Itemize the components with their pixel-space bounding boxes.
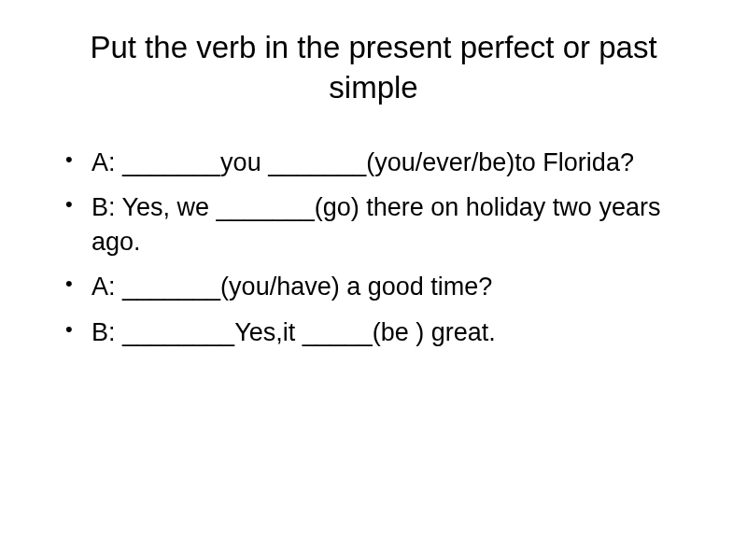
item-text: A: _______you _______(you/ever/be)to Flo… — [92, 148, 634, 176]
item-text: A: _______(you/have) a good time? — [92, 273, 492, 301]
bullet-icon: • — [65, 190, 73, 218]
item-text: B: ________Yes,it _____(be ) great. — [92, 318, 496, 346]
bullet-icon: • — [65, 315, 73, 343]
list-item: • B: Yes, we _______(go) there on holida… — [65, 190, 700, 259]
list-item: • A: _______(you/have) a good time? — [65, 270, 700, 303]
list-item: • A: _______you _______(you/ever/be)to F… — [65, 146, 700, 179]
page-title: Put the verb in the present perfect or p… — [47, 28, 700, 108]
list-item: • B: ________Yes,it _____(be ) great. — [65, 315, 700, 349]
bullet-icon: • — [65, 270, 73, 298]
item-text: B: Yes, we _______(go) there on holiday … — [92, 193, 660, 255]
exercise-list: • A: _______you _______(you/ever/be)to F… — [47, 146, 700, 349]
bullet-icon: • — [65, 146, 73, 174]
